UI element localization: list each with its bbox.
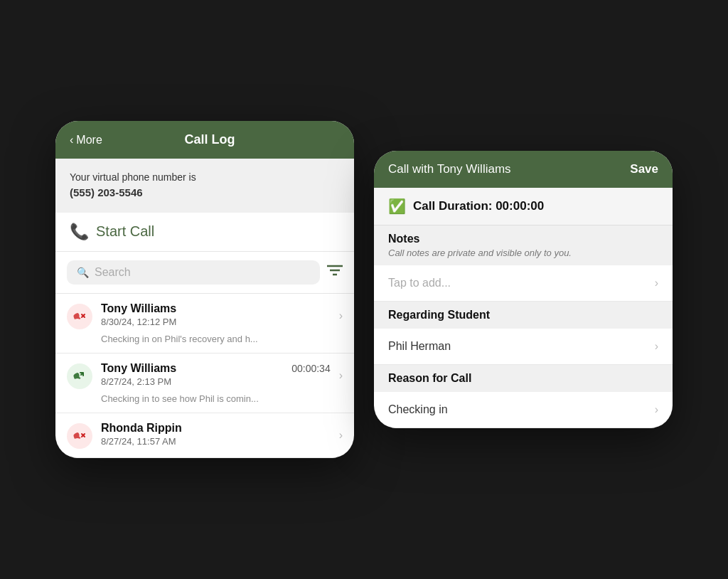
received-call-icon-2 [67,363,92,389]
call-info-3: Rhonda Rippin 8/27/24, 11:57 AM [101,422,331,447]
call-item-2[interactable]: Tony Williams 00:00:34 8/27/24, 2:13 PM … [55,354,354,413]
reason-value: Checking in [388,403,448,416]
reason-chevron-icon: › [655,403,658,416]
phone-icon: 📞 [70,223,89,241]
call-name-2: Tony Williams [101,362,176,375]
back-button[interactable]: ‹ More [70,134,102,147]
search-section: 🔍 Search [55,252,354,294]
phone-info-description: Your virtual phone number is [70,170,340,185]
notes-section-header: Notes Call notes are private and visible… [374,225,673,265]
right-phone: Call with Tony Williams Save ✅ Call Dura… [374,151,673,428]
missed-call-icon-1 [67,304,92,329]
notes-title: Notes [388,233,658,245]
call-name-3: Rhonda Rippin [101,422,182,435]
call-item-1[interactable]: Tony Williams 8/30/24, 12:12 PM › Checki… [55,294,354,354]
notes-subtitle: Call notes are private and visible only … [388,248,658,258]
regarding-section-header: Regarding Student [374,302,673,329]
notes-chevron-icon: › [655,277,658,290]
phone-number: (555) 203-5546 [70,185,340,201]
regarding-title: Regarding Student [388,309,658,322]
reason-row[interactable]: Checking in › [374,392,673,428]
notes-placeholder: Tap to add... [388,277,451,290]
call-duration-label: Call Duration: 00:00:00 [413,199,544,213]
check-circle-icon: ✅ [388,198,406,215]
chevron-icon-2: › [339,369,343,382]
back-chevron-icon: ‹ [70,134,73,147]
call-note-1: Checking in on Phil's recovery and h... [67,334,343,344]
reason-section-header: Reason for Call [374,365,673,392]
filter-icon[interactable] [327,264,343,280]
chevron-icon-3: › [339,429,343,442]
search-placeholder: Search [95,266,131,279]
chevron-icon-1: › [339,309,343,322]
notes-row[interactable]: Tap to add... › [374,265,673,302]
call-name-1: Tony Williams [101,302,176,315]
right-header-title: Call with Tony Williams [388,162,511,176]
header-title: Call Log [108,132,311,147]
left-header: ‹ More Call Log [55,121,354,159]
regarding-value: Phil Herman [388,340,451,353]
missed-call-icon-3 [67,423,92,449]
call-duration-banner: ✅ Call Duration: 00:00:00 [374,188,673,225]
start-call-label: Start Call [96,223,154,240]
left-phone: ‹ More Call Log Your virtual phone numbe… [55,121,354,458]
regarding-student-row[interactable]: Phil Herman › [374,329,673,365]
call-list: Tony Williams 8/30/24, 12:12 PM › Checki… [55,294,354,458]
phone-info-section: Your virtual phone number is (555) 203-5… [55,159,354,213]
search-icon: 🔍 [77,267,89,278]
call-note-2: Checking in to see how Phil is comin... [67,393,343,404]
call-date-3: 8/27/24, 11:57 AM [101,436,331,447]
call-info-1: Tony Williams 8/30/24, 12:12 PM [101,302,331,327]
reason-title: Reason for Call [388,372,658,385]
back-label: More [76,134,102,147]
regarding-chevron-icon: › [655,340,658,353]
search-bar[interactable]: 🔍 Search [67,260,320,285]
call-date-1: 8/30/24, 12:12 PM [101,317,331,327]
call-date-2: 8/27/24, 2:13 PM [101,376,331,387]
call-duration-2: 00:00:34 [291,363,331,374]
save-button[interactable]: Save [630,162,658,176]
call-item-3[interactable]: Rhonda Rippin 8/27/24, 11:57 AM › [55,413,354,458]
start-call-button[interactable]: 📞 Start Call [70,223,340,241]
right-header: Call with Tony Williams Save [374,151,673,188]
start-call-section: 📞 Start Call [55,213,354,252]
call-info-2: Tony Williams 00:00:34 8/27/24, 2:13 PM [101,362,331,387]
